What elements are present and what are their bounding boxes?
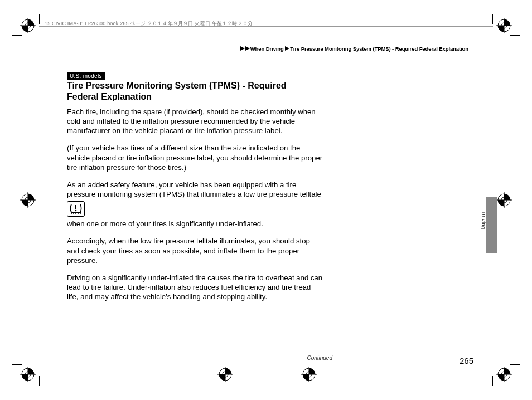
page-number: 265 <box>460 356 473 365</box>
registration-mark-icon <box>20 367 36 382</box>
crop-tick <box>39 14 40 24</box>
registration-mark-icon <box>301 367 317 382</box>
crop-tick <box>39 376 40 386</box>
triangle-icon <box>245 46 250 52</box>
crop-tick <box>510 35 520 36</box>
triangle-icon <box>285 46 289 52</box>
svg-marker-32 <box>240 46 245 51</box>
paragraph: when one or more of your tires is signif… <box>67 219 323 228</box>
paragraph: Accordingly, when the low tire pressure … <box>67 236 323 265</box>
continued-label: Continued <box>307 355 332 361</box>
registration-mark-icon <box>496 18 512 33</box>
svg-marker-34 <box>285 46 289 51</box>
body-text-column: Each tire, including the spare (if provi… <box>67 107 323 309</box>
breadcrumb: When Driving Tire Pressure Monitoring Sy… <box>240 46 468 52</box>
crop-tick <box>510 364 520 365</box>
svg-point-41 <box>75 210 77 212</box>
registration-mark-icon <box>217 367 233 382</box>
paragraph: Driving on a significantly under-inflate… <box>67 273 323 301</box>
tpms-telltale-icon <box>67 201 85 217</box>
print-info-text: 15 CIVIC IMA-31TR26300.book 265 ページ ２０１４… <box>45 20 253 27</box>
crop-tick <box>492 376 493 386</box>
triangle-icon <box>240 46 245 52</box>
us-models-badge: U.S. models <box>67 72 105 80</box>
paragraph: (If your vehicle has tires of a differen… <box>67 143 323 172</box>
registration-mark-icon <box>20 192 36 208</box>
breadcrumb-section-2: Tire Pressure Monitoring System (TPMS) -… <box>290 46 468 52</box>
paragraph: As an added safety feature, your vehicle… <box>67 180 323 199</box>
section-tab-indicator <box>486 197 497 253</box>
page-title: Tire Pressure Monitoring System (TPMS) -… <box>67 80 318 104</box>
section-tab-label: Driving <box>481 212 486 230</box>
crop-tick <box>12 35 22 36</box>
registration-mark-icon <box>496 367 512 382</box>
registration-mark-icon <box>496 192 512 208</box>
crop-tick <box>12 364 22 365</box>
paragraph: Each tire, including the spare (if provi… <box>67 107 323 135</box>
registration-mark-icon <box>20 18 36 33</box>
crop-tick <box>492 14 493 24</box>
svg-marker-33 <box>245 46 250 51</box>
breadcrumb-section-1: When Driving <box>250 46 284 52</box>
